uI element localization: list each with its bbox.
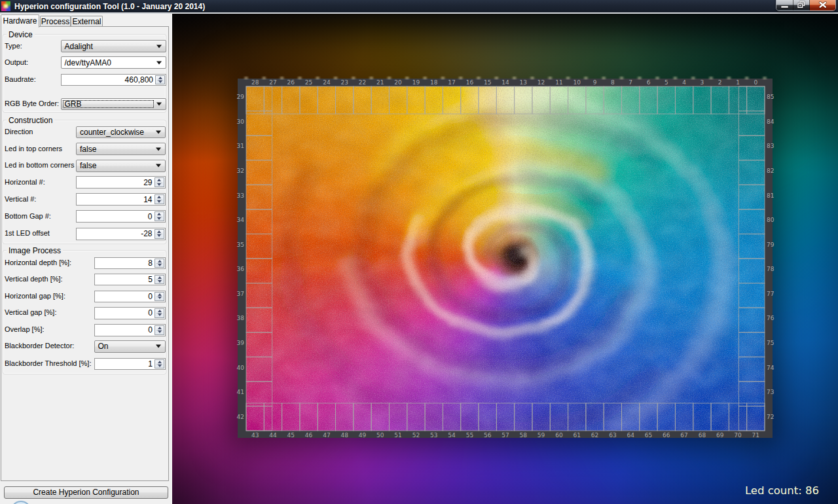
value-led-in-bottom-corners: false xyxy=(80,161,96,170)
tab-process-label: Process xyxy=(41,17,69,26)
label-horizontal-depth: Horizontal depth [%]: xyxy=(5,259,71,266)
spin-down-icon[interactable] xyxy=(158,81,162,83)
spin-buttons[interactable] xyxy=(155,325,164,335)
svg-text:41: 41 xyxy=(237,389,244,395)
svg-text:67: 67 xyxy=(680,432,687,439)
spin-buttons[interactable] xyxy=(155,194,164,204)
spin-buttons[interactable] xyxy=(155,75,165,85)
spin-buttons[interactable] xyxy=(155,308,164,318)
spin-down-icon[interactable] xyxy=(158,365,162,367)
spin-down-icon[interactable] xyxy=(158,331,162,333)
spinbox-vertical-gap[interactable]: 0 xyxy=(94,307,166,319)
svg-text:21: 21 xyxy=(376,79,384,86)
create-configuration-button[interactable]: Create Hyperion Configuration xyxy=(4,486,168,499)
svg-text:61: 61 xyxy=(573,432,580,439)
svg-text:20: 20 xyxy=(394,79,402,86)
label-led-in-top-corners: Led in top corners xyxy=(5,145,62,153)
spin-up-icon[interactable] xyxy=(157,230,161,233)
combobox-led-in-top-corners[interactable]: false xyxy=(76,143,166,155)
label-vertical: Vertical #: xyxy=(5,195,36,203)
spin-buttons[interactable] xyxy=(155,177,164,187)
value-bottom-gap: 0 xyxy=(148,212,153,221)
spin-down-icon[interactable] xyxy=(157,183,161,186)
svg-text:2: 2 xyxy=(718,79,722,86)
spin-down-icon[interactable] xyxy=(158,280,162,283)
dropdown-arrow-icon xyxy=(156,164,161,168)
tab-external[interactable]: External xyxy=(71,16,103,27)
spin-up-icon[interactable] xyxy=(158,327,162,329)
spin-buttons[interactable] xyxy=(155,359,164,369)
value-horizontal-gap: 0 xyxy=(148,292,153,301)
spinbox-horizontal-depth[interactable]: 8 xyxy=(94,257,166,270)
svg-text:9: 9 xyxy=(593,79,597,86)
minimize-icon xyxy=(776,0,793,10)
spinbox-1st-led-offset[interactable]: -28 xyxy=(76,228,166,240)
svg-text:35: 35 xyxy=(237,242,244,248)
spinbox-baudrate[interactable]: 460,800 xyxy=(61,74,167,86)
label-blackborder-detector: Blackborder Detector: xyxy=(5,342,74,350)
value-type: Adalight xyxy=(65,42,93,51)
spin-buttons[interactable] xyxy=(155,211,164,221)
svg-text:63: 63 xyxy=(609,432,616,439)
value-horizontal: 29 xyxy=(143,178,152,187)
maximize-button[interactable] xyxy=(793,0,810,10)
svg-text:12: 12 xyxy=(537,79,545,86)
svg-text:72: 72 xyxy=(767,414,774,420)
combobox-led-in-bottom-corners[interactable]: false xyxy=(76,160,166,172)
combobox-type[interactable]: Adalight xyxy=(61,40,167,52)
spin-down-icon[interactable] xyxy=(158,314,162,316)
svg-text:47: 47 xyxy=(323,432,330,439)
spin-down-icon[interactable] xyxy=(157,217,161,220)
spin-up-icon[interactable] xyxy=(157,196,161,198)
spinbox-blackborder-threshold[interactable]: 1 xyxy=(94,358,166,370)
spin-down-icon[interactable] xyxy=(158,297,162,299)
tab-hardware[interactable]: Hardware xyxy=(1,14,39,27)
spin-up-icon[interactable] xyxy=(157,213,161,215)
svg-text:39: 39 xyxy=(237,340,245,346)
combobox-blackborder-detector[interactable]: On xyxy=(94,340,166,353)
spin-up-icon[interactable] xyxy=(158,276,162,279)
spin-up-icon[interactable] xyxy=(158,310,162,312)
combobox-rgb-byte-order[interactable]: GRB xyxy=(61,98,167,110)
svg-text:50: 50 xyxy=(376,432,384,439)
spin-down-icon[interactable] xyxy=(157,234,161,237)
spinbox-overlap[interactable]: 0 xyxy=(94,324,166,336)
spin-buttons[interactable] xyxy=(155,229,164,239)
svg-text:53: 53 xyxy=(430,432,437,439)
combobox-direction[interactable]: counter_clockwise xyxy=(76,126,166,138)
spinbox-vertical[interactable]: 14 xyxy=(76,193,166,206)
svg-text:55: 55 xyxy=(466,432,473,439)
spin-up-icon[interactable] xyxy=(158,260,162,262)
combobox-output[interactable]: /dev/ttyAMA0 xyxy=(61,56,167,69)
svg-text:48: 48 xyxy=(340,432,348,439)
spin-down-icon[interactable] xyxy=(157,200,161,203)
svg-text:18: 18 xyxy=(430,79,438,86)
preview-area: 2843274426452546244723482249215020511952… xyxy=(172,14,838,504)
spin-down-icon[interactable] xyxy=(158,264,162,266)
spin-buttons[interactable] xyxy=(155,275,164,285)
spinbox-vertical-depth[interactable]: 5 xyxy=(94,274,166,286)
minimize-button[interactable] xyxy=(776,0,793,10)
svg-text:1: 1 xyxy=(736,79,740,86)
svg-text:45: 45 xyxy=(287,432,295,439)
close-button[interactable] xyxy=(810,0,835,10)
svg-text:13: 13 xyxy=(520,79,527,86)
svg-text:80: 80 xyxy=(767,217,774,223)
spin-up-icon[interactable] xyxy=(157,179,161,181)
spin-up-icon[interactable] xyxy=(158,361,162,363)
spin-buttons[interactable] xyxy=(155,292,164,301)
spin-buttons[interactable] xyxy=(155,259,164,268)
spinbox-horizontal-gap[interactable]: 0 xyxy=(94,291,166,302)
window-title: Hyperion configuration Tool (1.0 - Janua… xyxy=(14,2,205,11)
tab-process[interactable]: Process xyxy=(40,16,71,27)
svg-text:33: 33 xyxy=(237,192,244,199)
value-rgb-byte-order: GRB xyxy=(65,99,82,109)
value-blackborder-threshold: 1 xyxy=(148,359,153,369)
spin-up-icon[interactable] xyxy=(158,293,162,296)
svg-text:19: 19 xyxy=(412,79,420,86)
svg-text:44: 44 xyxy=(269,432,277,439)
spinbox-horizontal[interactable]: 29 xyxy=(76,176,166,189)
dropdown-arrow-icon xyxy=(156,103,162,106)
spinbox-bottom-gap[interactable]: 0 xyxy=(76,210,166,223)
spin-up-icon[interactable] xyxy=(158,77,162,79)
